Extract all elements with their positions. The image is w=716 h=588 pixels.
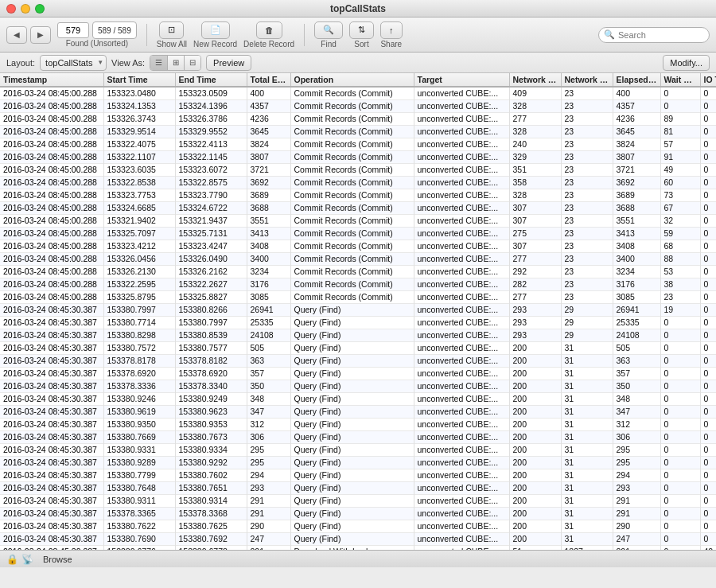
cell-24-7: 31 <box>561 392 613 405</box>
back-button[interactable]: ◀ <box>6 26 27 44</box>
view-grid-button[interactable]: ⊟ <box>185 56 200 70</box>
table-row[interactable]: 2016-03-24 08:45:00.288153322.4075153322… <box>0 138 716 150</box>
cell-17-6: 293 <box>509 303 561 316</box>
table-row[interactable]: 2016-03-24 08:45:30.387153380.9619153380… <box>0 405 716 418</box>
table-row[interactable]: 2016-03-24 08:45:00.288153321.9402153321… <box>0 214 716 227</box>
cell-2-2: 153326.3786 <box>175 112 247 125</box>
delete-record-icon: 🗑 <box>265 25 274 35</box>
cell-24-1: 153380.9246 <box>103 392 175 405</box>
cell-28-6: 200 <box>509 443 561 456</box>
cell-20-1: 153380.7572 <box>103 341 175 354</box>
table-row[interactable]: 2016-03-24 08:45:30.387153380.9289153380… <box>0 456 716 469</box>
col-header-iotime[interactable]: IO Time <box>700 73 716 87</box>
table-row[interactable]: 2016-03-24 08:45:00.288153325.7097153325… <box>0 227 716 239</box>
cell-27-0: 2016-03-24 08:45:30.387 <box>0 430 103 443</box>
search-input[interactable] <box>598 27 710 43</box>
share-button[interactable]: ↑ <box>380 21 403 39</box>
cell-33-5: unconverted CUBE:... <box>414 507 509 520</box>
table-row[interactable]: 2016-03-24 08:45:00.288153323.4212153323… <box>0 239 716 252</box>
col-header-starttime[interactable]: Start Time <box>103 73 175 87</box>
cell-8-4: Commit Records (Commit) <box>290 189 414 201</box>
table-row[interactable]: 2016-03-24 08:45:00.288153322.8538153322… <box>0 176 716 189</box>
table-row[interactable]: 2016-03-24 08:45:00.288153324.1353153324… <box>0 99 716 112</box>
col-header-operation[interactable]: Operation <box>290 73 414 87</box>
cell-27-9: 0 <box>660 430 700 443</box>
table-row[interactable]: 2016-03-24 08:45:30.387153380.9350153380… <box>0 418 716 430</box>
col-header-timestamp[interactable]: Timestamp <box>0 73 103 87</box>
table-row[interactable]: 2016-03-24 08:45:30.387153380.7648153380… <box>0 481 716 494</box>
table-row[interactable]: 2016-03-24 08:45:30.387153378.8178153378… <box>0 354 716 367</box>
col-header-netbytes1[interactable]: Network B... <box>509 73 561 87</box>
table-row[interactable]: 2016-03-24 08:45:30.387153380.7572153380… <box>0 341 716 354</box>
cell-2-10: 0 <box>700 112 716 125</box>
table-row[interactable]: 2016-03-24 08:45:30.387153378.3365153378… <box>0 507 716 520</box>
table-row[interactable]: 2016-03-24 08:45:30.387153380.9331153380… <box>0 443 716 456</box>
col-header-target[interactable]: Target <box>414 73 509 87</box>
cell-35-1: 153380.7690 <box>103 532 175 545</box>
cell-23-5: unconverted CUBE:... <box>414 380 509 392</box>
table-row[interactable]: 2016-03-24 08:45:30.387153380.7690153380… <box>0 532 716 545</box>
forward-button[interactable]: ▶ <box>30 26 51 44</box>
cell-26-8: 312 <box>613 418 660 430</box>
cell-2-8: 4236 <box>613 112 660 125</box>
table-row[interactable]: 2016-03-24 08:45:00.288153323.6035153323… <box>0 163 716 176</box>
delete-record-button[interactable]: 🗑 <box>256 21 282 39</box>
col-header-waittime[interactable]: Wait Time <box>660 73 700 87</box>
cell-7-7: 23 <box>561 176 613 189</box>
cell-31-0: 2016-03-24 08:45:30.387 <box>0 481 103 494</box>
cell-6-5: unconverted CUBE:... <box>414 163 509 176</box>
minimize-button[interactable] <box>21 4 30 14</box>
table-row[interactable]: 2016-03-24 08:45:30.387153380.7714153380… <box>0 316 716 329</box>
modify-button[interactable]: Modify... <box>663 55 710 71</box>
table-row[interactable]: 2016-03-24 08:45:00.288153329.9514153329… <box>0 125 716 138</box>
view-list-button[interactable]: ☰ <box>150 56 168 70</box>
cell-32-1: 153380.9311 <box>103 494 175 507</box>
cell-21-3: 363 <box>247 354 290 367</box>
table-row[interactable]: 2016-03-24 08:45:30.387153380.8298153380… <box>0 329 716 341</box>
col-header-netbytes2[interactable]: Network B... <box>561 73 613 87</box>
table-row[interactable]: 2016-03-24 08:45:30.387153378.3336153378… <box>0 380 716 392</box>
table-row[interactable]: 2016-03-24 08:45:30.387153380.9246153380… <box>0 392 716 405</box>
table-row[interactable]: 2016-03-24 08:45:30.387153380.7799153380… <box>0 469 716 481</box>
col-header-totalelap[interactable]: Total Elaps... <box>247 73 290 87</box>
close-button[interactable] <box>6 4 16 14</box>
table-row[interactable]: 2016-03-24 08:45:00.288153326.2130153326… <box>0 265 716 278</box>
table-row[interactable]: 2016-03-24 08:45:30.387153378.6920153378… <box>0 367 716 380</box>
fullscreen-button[interactable] <box>35 4 45 14</box>
view-table-button[interactable]: ⊞ <box>168 56 185 70</box>
cell-14-3: 3234 <box>247 265 290 278</box>
sort-button[interactable]: ⇅ <box>349 21 374 39</box>
table-row[interactable]: 2016-03-24 08:45:30.387153380.7997153380… <box>0 303 716 316</box>
cell-14-10: 0 <box>700 265 716 278</box>
table-row[interactable]: 2016-03-24 08:45:00.288153326.0456153326… <box>0 252 716 265</box>
find-button[interactable]: 🔍 <box>314 21 343 39</box>
table-row[interactable]: 2016-03-24 08:45:00.288153322.1107153322… <box>0 150 716 163</box>
col-header-elapsedti[interactable]: Elapsed Ti... <box>613 73 660 87</box>
cell-22-9: 0 <box>660 367 700 380</box>
col-header-endtime[interactable]: End Time <box>175 73 247 87</box>
table-row[interactable]: 2016-03-24 08:45:00.288153324.6685153324… <box>0 201 716 214</box>
layout-select[interactable]: topCallStats <box>40 55 107 71</box>
cell-18-5: unconverted CUBE:... <box>414 316 509 329</box>
cell-5-4: Commit Records (Commit) <box>290 150 414 163</box>
record-number-input[interactable] <box>57 22 89 38</box>
show-all-button[interactable]: ⊡ <box>159 21 184 39</box>
status-icons: 🔒 📡 <box>6 554 33 565</box>
cell-2-1: 153326.3743 <box>103 112 175 125</box>
new-record-button[interactable]: 📄 <box>201 21 230 39</box>
table-row[interactable]: 2016-03-24 08:45:00.288153326.3743153326… <box>0 112 716 125</box>
table-row[interactable]: 2016-03-24 08:45:30.387153380.9311153380… <box>0 494 716 507</box>
table-container[interactable]: Timestamp Start Time End Time Total Elap… <box>0 73 716 550</box>
cell-7-8: 3692 <box>613 176 660 189</box>
preview-button[interactable]: Preview <box>206 55 251 71</box>
table-row[interactable]: 2016-03-24 08:45:00.288153325.8795153325… <box>0 290 716 303</box>
cell-14-5: unconverted CUBE:... <box>414 265 509 278</box>
table-row[interactable]: 2016-03-24 08:45:00.288153323.7753153323… <box>0 189 716 201</box>
table-row[interactable]: 2016-03-24 08:45:00.288153322.2595153322… <box>0 278 716 290</box>
table-row[interactable]: 2016-03-24 08:45:00.288153323.0480153323… <box>0 87 716 99</box>
table-row[interactable]: 2016-03-24 08:45:30.387153380.7622153380… <box>0 520 716 532</box>
network-icon: 📡 <box>21 554 33 565</box>
cell-8-0: 2016-03-24 08:45:00.288 <box>0 189 103 201</box>
table-row[interactable]: 2016-03-24 08:45:30.387153380.7669153380… <box>0 430 716 443</box>
cell-9-9: 67 <box>660 201 700 214</box>
